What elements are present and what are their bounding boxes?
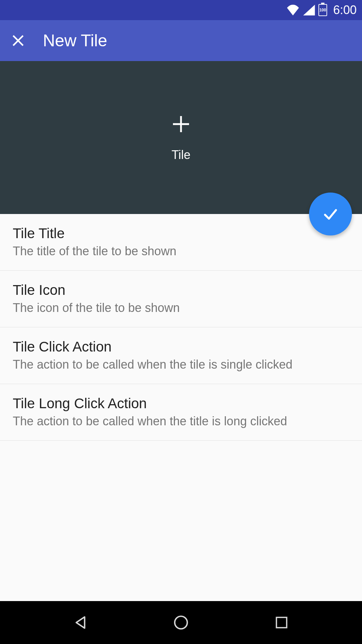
app-bar: New Tile <box>0 20 362 61</box>
status-bar: 100 6:00 <box>0 0 362 20</box>
back-button[interactable] <box>67 609 94 636</box>
page-title: New Tile <box>43 31 107 50</box>
setting-title: Tile Title <box>13 225 349 241</box>
close-button[interactable] <box>10 33 26 49</box>
setting-tile-title[interactable]: Tile Title The title of the tile to be s… <box>0 214 362 271</box>
wifi-icon <box>286 5 300 15</box>
status-time: 6:00 <box>333 3 357 17</box>
check-icon <box>321 205 340 223</box>
confirm-fab[interactable] <box>309 193 352 235</box>
svg-point-0 <box>175 616 187 629</box>
tile-preview-area[interactable]: Tile <box>0 61 362 214</box>
setting-description: The icon of the tile to be shown <box>13 301 349 315</box>
svg-rect-1 <box>277 618 287 628</box>
tile-preview-label: Tile <box>172 148 191 162</box>
cellular-icon <box>303 5 315 15</box>
close-icon <box>11 33 25 48</box>
setting-description: The action to be called when the tile is… <box>13 358 349 372</box>
setting-tile-long-click-action[interactable]: Tile Long Click Action The action to be … <box>0 384 362 441</box>
home-icon <box>173 614 189 631</box>
settings-list: Tile Title The title of the tile to be s… <box>0 214 362 441</box>
plus-icon <box>170 113 192 136</box>
recents-button[interactable] <box>268 609 295 636</box>
home-button[interactable] <box>168 609 194 636</box>
recents-icon <box>274 615 289 630</box>
setting-description: The title of the tile to be shown <box>13 244 349 258</box>
setting-title: Tile Long Click Action <box>13 395 349 412</box>
back-icon <box>72 614 89 631</box>
navigation-bar <box>0 601 362 644</box>
setting-title: Tile Click Action <box>13 339 349 355</box>
battery-icon: 100 <box>318 4 327 16</box>
setting-tile-icon[interactable]: Tile Icon The icon of the tile to be sho… <box>0 271 362 327</box>
setting-description: The action to be called when the title i… <box>13 414 349 428</box>
setting-tile-click-action[interactable]: Tile Click Action The action to be calle… <box>0 327 362 384</box>
setting-title: Tile Icon <box>13 282 349 298</box>
battery-level: 100 <box>319 8 326 12</box>
